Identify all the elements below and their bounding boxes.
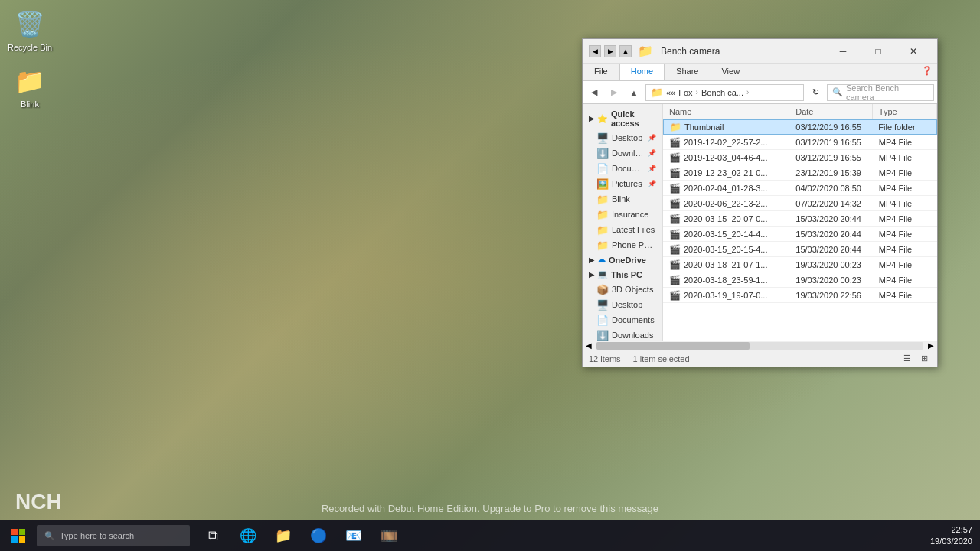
recycle-bin-label: Recycle Bin bbox=[8, 43, 52, 53]
start-button[interactable] bbox=[0, 520, 37, 551]
svg-rect-3 bbox=[19, 536, 25, 543]
table-row[interactable]: 🎬2020-03-19_19-07-0...19/03/2020 22:56MP… bbox=[663, 288, 937, 303]
tab-view[interactable]: View bbox=[710, 64, 751, 80]
svg-rect-2 bbox=[11, 536, 18, 543]
file-icon: 📁 bbox=[670, 122, 681, 132]
up-button[interactable]: ▲ bbox=[626, 84, 642, 101]
table-row[interactable]: 🎬2020-03-18_21-07-1...19/03/2020 00:23MP… bbox=[663, 257, 937, 272]
desktop-icon-blink[interactable]: 📁 Blink bbox=[3, 63, 57, 112]
table-row[interactable]: 🎬2019-12-03_04-46-4...03/12/2019 16:55MP… bbox=[663, 150, 937, 165]
horizontal-scrollbar[interactable]: ◀ ▶ bbox=[583, 341, 937, 350]
scrollbar-thumb[interactable] bbox=[596, 342, 750, 350]
pictures-icon-sidebar: 🖼️ bbox=[596, 178, 609, 190]
sidebar-item-phone-photos[interactable]: 📁 Phone Photos O bbox=[583, 237, 662, 253]
path-sep: › bbox=[696, 88, 698, 96]
file-date-cell: 07/02/2020 14:32 bbox=[789, 199, 873, 208]
back-button[interactable]: ◀ bbox=[586, 84, 603, 101]
table-row[interactable]: 🎬2020-02-04_01-28-3...04/02/2020 08:50MP… bbox=[663, 181, 937, 196]
store-btn[interactable]: 🔵 bbox=[302, 520, 335, 551]
tab-share[interactable]: Share bbox=[665, 64, 710, 80]
maximize-button[interactable]: □ bbox=[861, 39, 896, 64]
details-view-btn[interactable]: ☰ bbox=[900, 352, 914, 366]
file-name-cell: 🎬2020-03-15_20-07-0... bbox=[663, 214, 789, 224]
file-date-cell: 15/03/2020 20:44 bbox=[789, 214, 873, 223]
file-name-text: 2020-02-06_22-13-2... bbox=[684, 199, 767, 208]
col-header-type[interactable]: Type bbox=[873, 104, 937, 119]
sidebar-item-downloads-pc[interactable]: ⬇️ Downloads bbox=[583, 328, 662, 341]
table-row[interactable]: 🎬2019-12-23_02-21-0...23/12/2019 15:39MP… bbox=[663, 165, 937, 181]
file-name-text: 2019-12-02_22-57-2... bbox=[684, 138, 767, 147]
toolbar-back-btn[interactable]: ◀ bbox=[589, 45, 601, 57]
table-row[interactable]: 🎬2019-12-02_22-57-2...03/12/2019 16:55MP… bbox=[663, 135, 937, 150]
svg-rect-0 bbox=[11, 529, 18, 535]
svg-rect-1 bbox=[19, 529, 25, 535]
expand-icon-od: ▶ bbox=[589, 256, 594, 264]
table-row[interactable]: 🎬2020-03-15_20-14-4...15/03/2020 20:44MP… bbox=[663, 227, 937, 242]
file-name-cell: 🎬2020-02-04_01-28-3... bbox=[663, 183, 789, 194]
sidebar-header-onedrive[interactable]: ▶ ☁ OneDrive bbox=[583, 253, 662, 267]
file-explorer-btn[interactable]: 📁 bbox=[266, 520, 300, 551]
file-type-cell: MP4 File bbox=[873, 276, 937, 285]
sidebar-item-latest-files[interactable]: 📁 Latest Files bbox=[583, 222, 662, 237]
sidebar-item-3dobjects[interactable]: 📦 3D Objects bbox=[583, 282, 662, 297]
sidebar: ▶ ⭐ Quick access 🖥️ Desktop 📌 ⬇️ Downloa… bbox=[583, 104, 663, 341]
sidebar-item-desktop-pc[interactable]: 🖥️ Desktop bbox=[583, 297, 662, 312]
refresh-button[interactable]: ↻ bbox=[807, 84, 824, 101]
table-row[interactable]: 🎬2020-02-06_22-13-2...07/02/2020 14:32MP… bbox=[663, 196, 937, 211]
file-icon: 🎬 bbox=[669, 198, 681, 209]
file-type-cell: MP4 File bbox=[873, 153, 937, 162]
file-name-text: 2020-03-15_20-07-0... bbox=[684, 214, 767, 223]
insurance-icon: 📁 bbox=[596, 209, 609, 220]
tab-home[interactable]: Home bbox=[619, 64, 665, 80]
documents-pc-icon: 📄 bbox=[596, 315, 609, 326]
sidebar-item-blink[interactable]: 📁 Blink bbox=[583, 191, 662, 207]
ribbon: File Home Share View ❓ bbox=[583, 64, 937, 81]
file-type-cell: MP4 File bbox=[873, 245, 937, 254]
sidebar-item-insurance[interactable]: 📁 Insurance bbox=[583, 207, 662, 222]
sidebar-item-documents-pc[interactable]: 📄 Documents bbox=[583, 312, 662, 328]
help-button[interactable]: ❓ bbox=[917, 64, 937, 80]
file-icon: 🎬 bbox=[669, 152, 681, 163]
file-date-cell: 19/03/2020 00:23 bbox=[789, 260, 873, 269]
table-row[interactable]: 🎬2020-03-15_20-15-4...15/03/2020 20:44MP… bbox=[663, 242, 937, 257]
file-name-text: 2020-03-15_20-14-4... bbox=[684, 230, 767, 239]
scrollbar-track[interactable] bbox=[596, 342, 923, 350]
search-box[interactable]: 🔍 Search Bench camera bbox=[827, 84, 934, 101]
file-name-text: 2019-12-23_02-21-0... bbox=[684, 168, 767, 178]
sidebar-header-quick-access[interactable]: ▶ ⭐ Quick access bbox=[583, 107, 662, 130]
view-controls: ☰ ⊞ bbox=[900, 352, 931, 366]
file-name-cell: 📁Thumbnail bbox=[664, 122, 789, 132]
edge-btn[interactable]: 🌐 bbox=[231, 520, 265, 551]
address-path[interactable]: 📁 «« Fox › Bench ca... › bbox=[645, 84, 804, 101]
sidebar-item-pictures[interactable]: 🖼️ Pictures 📌 bbox=[583, 176, 662, 191]
file-date-cell: 19/03/2020 00:23 bbox=[789, 276, 873, 285]
taskbar: 🔍 Type here to search ⧉ 🌐 📁 🔵 📧 🎞️ 22:57… bbox=[0, 520, 980, 551]
col-header-date[interactable]: Date bbox=[789, 104, 873, 119]
desktop-icon-recycle-bin[interactable]: 🗑️ Recycle Bin bbox=[3, 6, 57, 56]
sidebar-header-thispc[interactable]: ▶ 💻 This PC bbox=[583, 267, 662, 282]
forward-button[interactable]: ▶ bbox=[606, 84, 622, 101]
media-btn[interactable]: 🎞️ bbox=[372, 520, 406, 551]
toolbar-up-btn[interactable]: ▲ bbox=[619, 45, 632, 57]
file-name-text: Thumbnail bbox=[684, 122, 724, 132]
table-row[interactable]: 🎬2020-03-18_23-59-1...19/03/2020 00:23MP… bbox=[663, 272, 937, 288]
sidebar-item-desktop[interactable]: 🖥️ Desktop 📌 bbox=[583, 130, 662, 145]
sidebar-item-downloads[interactable]: ⬇️ Downloads 📌 bbox=[583, 145, 662, 161]
large-icons-view-btn[interactable]: ⊞ bbox=[917, 352, 931, 366]
tab-file[interactable]: File bbox=[583, 64, 619, 80]
sidebar-item-documents[interactable]: 📄 Documents 📌 bbox=[583, 161, 662, 176]
mail-btn[interactable]: 📧 bbox=[337, 520, 371, 551]
taskbar-search-box[interactable]: 🔍 Type here to search bbox=[37, 525, 190, 546]
path-crumb-bench: Bench ca... bbox=[701, 88, 743, 97]
col-header-name[interactable]: Name bbox=[663, 104, 789, 119]
file-name-cell: 🎬2020-03-15_20-14-4... bbox=[663, 229, 789, 240]
file-type-cell: File folder bbox=[872, 122, 936, 132]
close-button[interactable]: ✕ bbox=[896, 39, 931, 64]
table-row[interactable]: 📁Thumbnail03/12/2019 16:55File folder bbox=[663, 119, 937, 135]
task-view-btn[interactable]: ⧉ bbox=[196, 520, 230, 551]
table-row[interactable]: 🎬2020-03-15_20-07-0...15/03/2020 20:44MP… bbox=[663, 211, 937, 227]
minimize-button[interactable]: ─ bbox=[825, 39, 861, 64]
toolbar-fwd-btn[interactable]: ▶ bbox=[604, 45, 616, 57]
file-date-cell: 03/12/2019 16:55 bbox=[789, 122, 872, 132]
file-list: Name Date Type 📁Thumbnail03/12/2019 16:5… bbox=[663, 104, 937, 341]
